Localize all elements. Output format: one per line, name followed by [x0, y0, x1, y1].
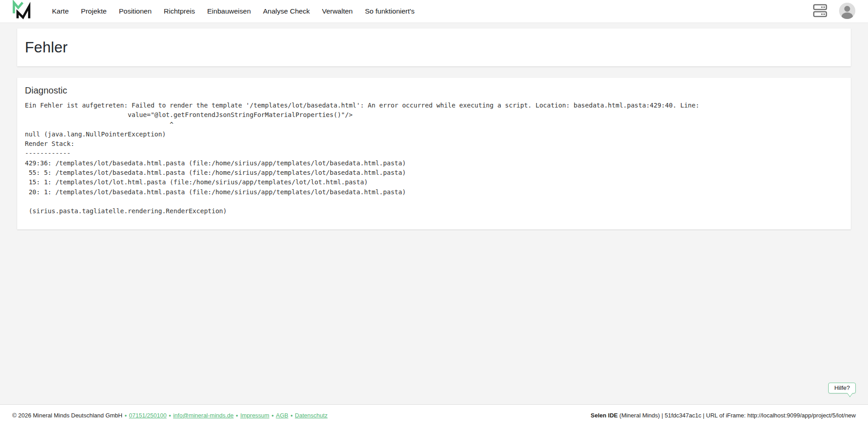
ide-info: (Mineral Minds) | 51fdc347ac1c | URL of …: [618, 412, 856, 419]
error-stack-trace: Ein Fehler ist aufgetreten: Failed to re…: [25, 101, 843, 216]
navbar-right: [813, 2, 856, 21]
footer-link-datenschutz[interactable]: Datenschutz: [295, 412, 327, 419]
footer-link-07151-250100[interactable]: 07151/250100: [129, 412, 166, 419]
main-nav: KarteProjektePositionenRichtpreisEinbauw…: [52, 7, 415, 15]
nav-item-projekte[interactable]: Projekte: [81, 7, 107, 15]
brand-logo[interactable]: [12, 0, 32, 23]
nav-item-karte[interactable]: Karte: [52, 7, 69, 15]
footer: © 2026 Mineral Minds Deutschland GmbH •0…: [0, 404, 868, 426]
footer-separator: •: [272, 412, 274, 419]
nav-link[interactable]: Positionen: [119, 7, 151, 15]
nav-link[interactable]: Analyse Check: [263, 7, 310, 15]
nav-item-richtpreis[interactable]: Richtpreis: [164, 7, 195, 15]
footer-separator: •: [291, 412, 293, 419]
user-avatar-icon: [839, 2, 856, 21]
nav-item-so-funktioniert-s[interactable]: So funktioniert's: [365, 7, 415, 15]
nav-item-positionen[interactable]: Positionen: [119, 7, 151, 15]
server-icon: [813, 4, 828, 19]
nav-link[interactable]: Richtpreis: [164, 7, 195, 15]
nav-link[interactable]: So funktioniert's: [365, 7, 415, 15]
mineral-minds-logo-icon: [12, 0, 32, 23]
page-title: Fehler: [25, 39, 68, 56]
nav-item-einbauweisen[interactable]: Einbauweisen: [207, 7, 251, 15]
nav-link[interactable]: Karte: [52, 7, 69, 15]
footer-separator: •: [125, 412, 127, 419]
server-status-button[interactable]: [813, 4, 828, 19]
footer-separator: •: [169, 412, 171, 419]
main-content: Fehler Diagnostic Ein Fehler ist aufgetr…: [0, 23, 868, 229]
diagnostic-title: Diagnostic: [25, 85, 843, 96]
nav-link[interactable]: Verwalten: [322, 7, 353, 15]
top-navbar: KarteProjektePositionenRichtpreisEinbauw…: [0, 0, 868, 23]
footer-links: •07151/250100•info@mineral-minds.de•Impr…: [123, 412, 328, 419]
ide-name: Selen IDE: [590, 412, 618, 419]
copyright-text: © 2026 Mineral Minds Deutschland GmbH: [12, 412, 123, 419]
diagnostic-card: Diagnostic Ein Fehler ist aufgetreten: F…: [17, 78, 851, 229]
user-menu-button[interactable]: [839, 2, 856, 21]
footer-separator: •: [236, 412, 238, 419]
footer-link-info-mineral-minds-de[interactable]: info@mineral-minds.de: [173, 412, 234, 419]
error-header-card: Fehler: [17, 28, 851, 66]
footer-link-agb[interactable]: AGB: [276, 412, 288, 419]
footer-left: © 2026 Mineral Minds Deutschland GmbH •0…: [12, 412, 328, 419]
nav-item-analyse-check[interactable]: Analyse Check: [263, 7, 310, 15]
footer-link-impressum[interactable]: Impressum: [240, 412, 269, 419]
nav-item-verwalten[interactable]: Verwalten: [322, 7, 353, 15]
footer-right: Selen IDE (Mineral Minds) | 51fdc347ac1c…: [590, 412, 856, 419]
nav-link[interactable]: Projekte: [81, 7, 107, 15]
nav-link[interactable]: Einbauweisen: [207, 7, 251, 15]
help-button[interactable]: Hilfe?: [828, 383, 856, 393]
